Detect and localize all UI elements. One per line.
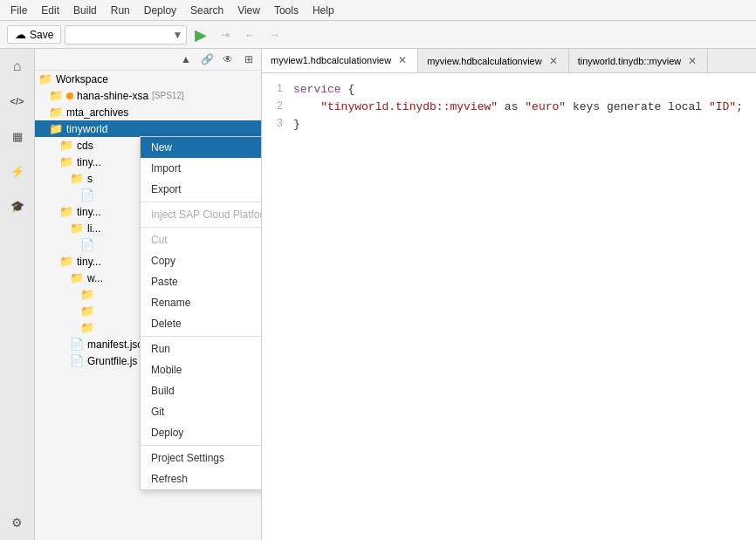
tree-label: mta_archives <box>66 106 128 119</box>
menu-search[interactable]: Search <box>183 3 230 18</box>
tree-label: li... <box>87 222 100 235</box>
tab-close-icon[interactable]: ✕ <box>396 54 409 66</box>
folder-icon: 📁 <box>59 155 73 168</box>
code-plain: as <box>498 100 525 113</box>
tree-item-hana-shine[interactable]: 📁 hana-shine-xsa [SPS12] <box>35 87 261 104</box>
code-string: "ID" <box>709 100 736 113</box>
ctx-paste[interactable]: Paste Ctrl+V <box>141 271 262 292</box>
tree-item-tinyworld[interactable]: 📁 tinyworld <box>35 120 261 137</box>
menu-file[interactable]: File <box>3 3 34 18</box>
step-back-icon: ⇥ <box>215 24 236 45</box>
ctx-separator-4 <box>141 445 262 446</box>
menu-view[interactable]: View <box>230 3 267 18</box>
menu-tools[interactable]: Tools <box>267 3 306 18</box>
ctx-label: Build <box>151 385 175 397</box>
file-tree: ▲ 🔗 👁 ⊞ 📁 Workspace 📁 hana-shine-xsa [SP… <box>35 49 262 540</box>
folder-icon: 📁 <box>49 106 63 119</box>
eye-icon[interactable]: 👁 <box>219 51 237 68</box>
menu-build[interactable]: Build <box>66 3 104 18</box>
folder-icon: 📁 <box>49 89 63 102</box>
code-line-3: 3 } <box>262 115 756 133</box>
tree-label: tinyworld <box>66 123 107 135</box>
toolbar: ☁ Save ▼ ▶ ⇥ ← → <box>0 21 756 49</box>
run-config-dropdown[interactable]: ▼ <box>65 25 187 44</box>
ctx-label: Rename <box>151 297 190 309</box>
expand-icon[interactable]: ⊞ <box>240 51 258 68</box>
code-string: "tinyworld.tinydb::myview" <box>320 100 498 113</box>
main-layout: ⌂ </> ▦ ⚡ 🎓 ⚙ ▲ 🔗 👁 ⊞ 📁 Workspace 📁 hana… <box>0 49 756 540</box>
file-icon: 📄 <box>70 354 84 367</box>
tree-item-workspace[interactable]: 📁 Workspace <box>35 71 261 87</box>
menu-bar: File Edit Build Run Deploy Search View T… <box>0 0 756 21</box>
ctx-export[interactable]: Export <box>141 179 262 200</box>
folder-icon: 📁 <box>49 122 63 135</box>
file-icon: 📄 <box>80 188 94 202</box>
ctx-git[interactable]: Git ▶ <box>141 401 262 422</box>
ctx-label: Cut <box>151 234 168 246</box>
chevron-down-icon: ▼ <box>172 29 182 41</box>
ctx-label: Copy <box>151 255 175 267</box>
ctx-copy[interactable]: Copy Ctrl+C <box>141 250 262 271</box>
save-button[interactable]: ☁ Save <box>7 25 61 44</box>
code-keyword: service <box>293 83 341 96</box>
ctx-project-settings[interactable]: Project Settings <box>141 448 262 468</box>
tab-label: myview1.hdbcalculationview <box>271 55 391 65</box>
link-icon[interactable]: 🔗 <box>198 51 216 68</box>
folder-icon: 📁 <box>80 321 94 334</box>
cloud-icon: ☁ <box>15 28 26 41</box>
ctx-new[interactable]: New ▶ <box>141 137 262 158</box>
run-button[interactable]: ▶ <box>190 24 211 45</box>
ctx-label: Import <box>151 162 181 174</box>
menu-run[interactable]: Run <box>104 3 137 18</box>
ctx-label: Run <box>151 343 170 355</box>
ctx-label: Deploy <box>151 427 183 439</box>
ctx-label: Mobile <box>151 364 182 376</box>
tab-bar: myview1.hdbcalculationview ✕ myview.hdbc… <box>262 49 756 73</box>
code-icon[interactable]: </> <box>3 87 31 115</box>
ctx-refresh[interactable]: Refresh <box>141 468 262 489</box>
tree-item-mta-archives[interactable]: 📁 mta_archives <box>35 104 261 120</box>
folder-icon: 📁 <box>70 222 84 235</box>
tree-label: hana-shine-xsa <box>77 90 148 102</box>
ctx-label: New <box>151 141 172 154</box>
home-icon[interactable]: ⌂ <box>3 52 31 80</box>
editor-area: myview1.hdbcalculationview ✕ myview.hdbc… <box>262 49 756 540</box>
rocket-icon[interactable]: ⚡ <box>3 157 31 185</box>
ctx-delete[interactable]: Delete Delete <box>141 313 262 334</box>
collapse-icon[interactable]: ▲ <box>177 51 195 68</box>
tree-label: w... <box>87 272 103 284</box>
ctx-mobile[interactable]: Mobile ▶ <box>141 359 262 380</box>
menu-help[interactable]: Help <box>306 3 341 18</box>
folder-icon: 📁 <box>59 139 73 152</box>
context-menu: New ▶ Import ▶ Export Inject SAP Cloud P… <box>140 136 262 490</box>
tab-myview1[interactable]: myview1.hdbcalculationview ✕ <box>262 49 418 73</box>
save-label: Save <box>30 29 53 41</box>
ctx-deploy[interactable]: Deploy ▶ <box>141 422 262 443</box>
tab-tinyworld[interactable]: tinyworld.tinydb::myview ✕ <box>569 49 709 73</box>
tree-label: Workspace <box>56 73 108 85</box>
menu-deploy[interactable]: Deploy <box>137 3 183 18</box>
database-icon[interactable]: ▦ <box>3 122 31 150</box>
ctx-build[interactable]: Build <box>141 380 262 401</box>
activity-bar: ⌂ </> ▦ ⚡ 🎓 ⚙ <box>0 49 35 540</box>
menu-edit[interactable]: Edit <box>34 3 66 18</box>
ctx-rename[interactable]: Rename F2 <box>141 292 262 313</box>
ctx-run[interactable]: Run ▶ <box>141 338 262 359</box>
editor-content: 1 service { 2 "tinyworld.tinydb::myview"… <box>262 73 756 540</box>
ctx-label: Inject SAP Cloud Platform Internet of Th… <box>151 208 262 221</box>
back-icon: ← <box>239 24 260 45</box>
ctx-cut: Cut Ctrl+X <box>141 229 262 250</box>
folder-icon: 📁 <box>80 304 94 318</box>
tab-close-icon[interactable]: ✕ <box>547 55 560 67</box>
code-plain: keys generate local <box>566 100 709 113</box>
tab-myview[interactable]: myview.hdbcalculationview ✕ <box>418 49 568 73</box>
tab-close-icon[interactable]: ✕ <box>686 55 698 67</box>
ctx-import[interactable]: Import ▶ <box>141 158 262 179</box>
tree-label: tiny... <box>77 156 101 168</box>
tree-label: Gruntfile.js <box>87 355 137 367</box>
graduation-icon[interactable]: 🎓 <box>3 192 31 220</box>
gear-icon[interactable]: ⚙ <box>3 509 31 537</box>
code-plain <box>293 100 320 113</box>
code-line-2: 2 "tinyworld.tinydb::myview" as "euro" k… <box>262 98 756 115</box>
folder-icon: 📁 <box>59 255 73 268</box>
